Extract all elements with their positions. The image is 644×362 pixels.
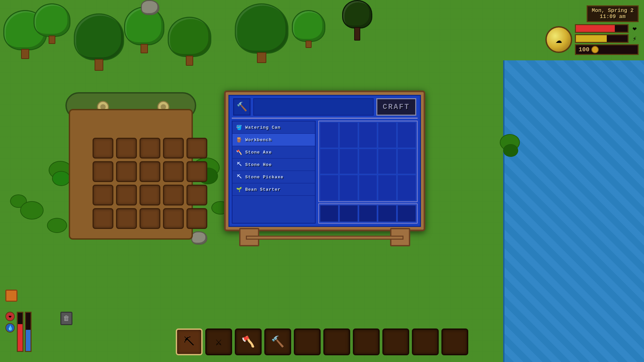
inv-cell-1[interactable]: [93, 138, 113, 159]
recipe-label-bean-starter: Bean Starter: [245, 187, 281, 192]
energy-bar-fill: [26, 330, 31, 351]
craft-cell-11[interactable]: [320, 175, 338, 200]
inv-cell-10[interactable]: [186, 161, 207, 182]
craft-cell-3[interactable]: [359, 122, 377, 148]
craft-result-1[interactable]: [320, 205, 338, 222]
weather-icon: ☁: [555, 33, 562, 46]
craft-cell-5[interactable]: [397, 122, 416, 148]
craft-result-2[interactable]: [339, 205, 358, 222]
hud-clock-row: ☁ ❤️ ⚡ 100: [545, 24, 639, 55]
recipe-label-workbench: Workbench: [245, 137, 272, 142]
inv-cell-15[interactable]: [186, 185, 207, 205]
hotbar-slot-8[interactable]: [382, 328, 409, 355]
recipe-item-stone-axe[interactable]: 🪓 Stone Axe: [232, 146, 315, 159]
inv-cell-5[interactable]: [186, 138, 207, 159]
craft-result-5[interactable]: [397, 205, 416, 222]
hotbar-slot-2[interactable]: ⚔️: [205, 328, 232, 355]
inv-cell-17[interactable]: [116, 208, 137, 229]
recipe-item-watering-can[interactable]: 🪣 Watering Can: [232, 121, 315, 134]
craft-cell-15[interactable]: [397, 175, 416, 200]
backpack: [52, 89, 203, 240]
lightning-icon: ⚡: [631, 35, 639, 43]
inv-cell-19[interactable]: [163, 208, 184, 229]
inv-cell-14[interactable]: [163, 185, 184, 205]
water-area: [503, 60, 644, 362]
craft-cell-8[interactable]: [359, 149, 377, 174]
energy-icon-left: 💧: [5, 323, 15, 333]
craft-inner: 🔨 CRAFT 🪣 Watering Can 🪵: [230, 97, 419, 225]
craft-separator: [232, 118, 418, 119]
hotbar-slot-3[interactable]: 🪓: [235, 328, 262, 355]
craft-cell-12[interactable]: [339, 175, 358, 200]
energy-bar-row: ⚡: [575, 34, 639, 43]
tree-7: [292, 10, 325, 48]
craft-cell-2[interactable]: [339, 122, 358, 148]
recipe-item-stone-pickaxe[interactable]: ⛏ Stone Pickaxe: [232, 171, 315, 183]
inv-cell-13[interactable]: [140, 185, 160, 205]
inv-cell-6[interactable]: [93, 161, 113, 182]
inv-cell-18[interactable]: [140, 208, 160, 229]
inv-cell-3[interactable]: [140, 138, 160, 159]
craft-cell-14[interactable]: [378, 175, 396, 200]
inv-cell-8[interactable]: [140, 161, 160, 182]
trash-button[interactable]: 🗑: [60, 312, 72, 325]
craft-cell-7[interactable]: [339, 149, 358, 174]
craft-tool-icon: 🔨: [236, 102, 247, 112]
craft-wood-frame: 🔨 CRAFT 🪣 Watering Can 🪵: [224, 90, 425, 231]
craft-cell-1[interactable]: [320, 122, 338, 148]
stone-hoe-icon: ⛏: [236, 161, 243, 168]
recipe-item-bean-starter[interactable]: 🌱 Bean Starter: [232, 183, 315, 196]
inv-cell-11[interactable]: [93, 185, 113, 205]
craft-result-4[interactable]: [378, 205, 396, 222]
craft-button[interactable]: CRAFT: [376, 98, 416, 116]
craft-icon-box: 🔨: [233, 98, 251, 116]
backpack-body: [69, 109, 193, 240]
craft-result-3[interactable]: [359, 205, 377, 222]
inv-cell-20[interactable]: [186, 208, 207, 229]
tree-2: [34, 3, 70, 44]
craft-cell-10[interactable]: [397, 149, 416, 174]
gold-coin-icon: [591, 46, 599, 53]
inv-cell-9[interactable]: [163, 161, 184, 182]
hotbar-slot-5[interactable]: [294, 328, 321, 355]
hotbar-slot-10[interactable]: [441, 328, 468, 355]
inv-cell-12[interactable]: [116, 185, 137, 205]
bush-10: [503, 144, 518, 157]
left-bar-group: [17, 312, 32, 352]
craft-cell-9[interactable]: [378, 149, 396, 174]
inv-cell-16[interactable]: [93, 208, 113, 229]
health-bar-vertical: [17, 312, 23, 352]
clock-circle: ☁: [545, 26, 572, 53]
health-bar-track: [575, 24, 629, 33]
hotbar-slot-1[interactable]: ⛏: [176, 328, 203, 355]
energy-bar-fill-hud: [576, 35, 607, 42]
tree-6: [235, 3, 288, 63]
hotbar-slot-9[interactable]: [412, 328, 439, 355]
watering-can-icon: 🪣: [236, 124, 243, 131]
craft-header: 🔨 CRAFT: [230, 97, 419, 117]
hotbar-slot-7[interactable]: [353, 328, 380, 355]
hud-day: Mon, Spring 2: [592, 8, 634, 14]
craft-cell-6[interactable]: [320, 149, 338, 174]
inventory-grid: [89, 134, 211, 233]
recipe-item-workbench[interactable]: 🪵 Workbench: [232, 134, 315, 146]
inv-cell-7[interactable]: [116, 161, 137, 182]
hud-bars: ❤️ ⚡ 100: [575, 24, 639, 55]
orange-slot[interactable]: [5, 290, 17, 302]
heart-icon: ❤️: [631, 24, 639, 33]
recipe-item-stone-hoe[interactable]: ⛏ Stone Hoe: [232, 159, 315, 171]
craft-panel: 🔨 CRAFT 🪣 Watering Can 🪵: [224, 90, 425, 231]
hotbar-slot-6[interactable]: [323, 328, 350, 355]
gold-amount: 100: [579, 46, 589, 53]
inv-cell-2[interactable]: [116, 138, 137, 159]
health-bar-fill-hud: [576, 25, 615, 32]
recipe-label-stone-hoe: Stone Hoe: [245, 162, 272, 167]
energy-bar-vertical: [25, 312, 32, 352]
hotbar-slot-4[interactable]: 🔨: [264, 328, 291, 355]
craft-cell-13[interactable]: [359, 175, 377, 200]
craft-cell-4[interactable]: [378, 122, 396, 148]
inv-cell-4[interactable]: [163, 138, 184, 159]
tree-5: [168, 17, 211, 66]
tree-8: [342, 0, 372, 41]
recipe-list: 🪣 Watering Can 🪵 Workbench 🪓 Stone Axe: [232, 121, 316, 224]
